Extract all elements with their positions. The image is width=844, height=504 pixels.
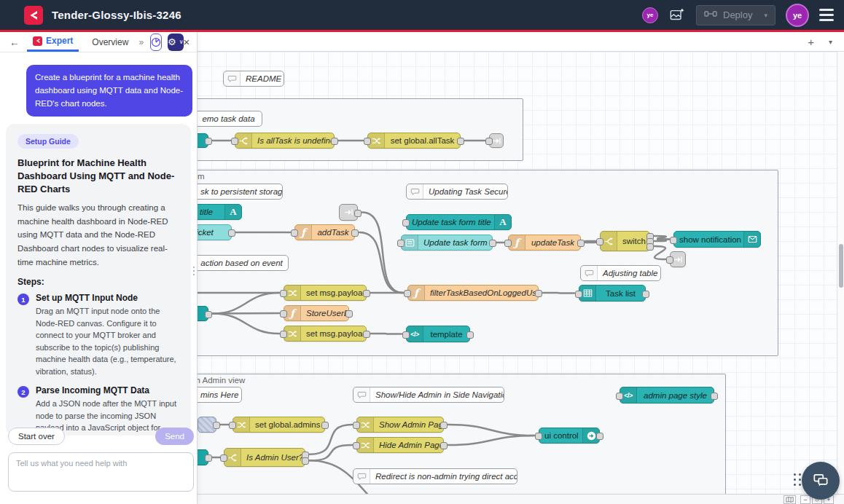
settings-dropdown-button[interactable]: ⚙ ∨ bbox=[168, 34, 184, 51]
deploy-caret-icon[interactable]: ▾ bbox=[764, 12, 767, 19]
flow-canvas[interactable]: ystemstem Admin viewREADMEemo task dataI… bbox=[197, 52, 837, 494]
node-updatetask[interactable]: ƒupdateTask bbox=[508, 235, 581, 251]
pie-chart-button[interactable] bbox=[150, 34, 162, 51]
add-flow-icon[interactable]: + bbox=[808, 36, 814, 48]
scrollbar-thumb[interactable] bbox=[839, 244, 843, 288]
node-stub3[interactable] bbox=[197, 449, 208, 465]
port-out[interactable] bbox=[345, 310, 353, 318]
node-save-storage-comment[interactable]: sk to persistent storage bbox=[197, 184, 283, 200]
node-readme[interactable]: README bbox=[223, 71, 284, 87]
port-in[interactable] bbox=[404, 290, 411, 297]
port-out[interactable] bbox=[213, 422, 220, 429]
node-stub2[interactable] bbox=[197, 306, 208, 321]
port-out[interactable] bbox=[440, 442, 448, 449]
close-icon[interactable]: × bbox=[184, 36, 190, 48]
node-action-event-comment[interactable]: action based on event bbox=[197, 255, 289, 271]
node-shownotif[interactable]: show notification bbox=[673, 231, 761, 248]
tab-overview[interactable]: Overview bbox=[86, 32, 134, 52]
port-in[interactable] bbox=[280, 290, 287, 297]
more-tabs-icon[interactable]: » bbox=[138, 37, 144, 47]
node-storeuser[interactable]: ƒStoreUserData bbox=[284, 305, 349, 321]
node-showhide-comment[interactable]: Show/Hide Admin in Side Navigation bbox=[353, 387, 504, 403]
port-in[interactable] bbox=[616, 393, 623, 400]
node-adminstyle[interactable]: </>admin page style bbox=[620, 387, 714, 403]
port-out[interactable] bbox=[302, 457, 309, 465]
node-updating-securely-comment[interactable]: Updating Task Securely bbox=[406, 184, 508, 200]
node-form-title-stub[interactable]: Am title bbox=[197, 204, 242, 220]
node-hideadmin[interactable]: Hide Admin Page bbox=[356, 437, 444, 453]
port-out[interactable] bbox=[205, 454, 212, 462]
minimap-button[interactable] bbox=[784, 495, 796, 504]
node-switch1[interactable]: switch bbox=[600, 231, 650, 251]
node-stub1[interactable] bbox=[197, 133, 208, 148]
port-in[interactable] bbox=[353, 442, 360, 449]
vertical-scrollbar[interactable] bbox=[837, 52, 844, 494]
node-admins-here-comment[interactable]: mins Here bbox=[197, 387, 242, 403]
port-out[interactable] bbox=[363, 331, 370, 338]
port-out[interactable] bbox=[440, 422, 448, 429]
port-in[interactable] bbox=[485, 138, 493, 145]
port-out[interactable] bbox=[642, 291, 649, 298]
port-out[interactable] bbox=[351, 229, 359, 237]
port-in[interactable] bbox=[670, 237, 677, 244]
node-ticket[interactable]: icket bbox=[197, 224, 232, 240]
menu-icon[interactable] bbox=[819, 9, 834, 21]
port-in[interactable] bbox=[280, 331, 287, 338]
node-setadmins[interactable]: set global.admins bbox=[233, 417, 325, 433]
port-in[interactable] bbox=[220, 454, 227, 462]
port-in[interactable] bbox=[229, 422, 236, 429]
port-in[interactable] bbox=[231, 138, 238, 145]
port-out[interactable] bbox=[354, 210, 362, 217]
node-isadmin[interactable]: Is Admin User? bbox=[224, 448, 305, 467]
node-tasklist[interactable]: Task list bbox=[579, 285, 646, 302]
port-in[interactable] bbox=[397, 240, 405, 247]
port-out[interactable] bbox=[205, 138, 212, 145]
port-out[interactable] bbox=[711, 393, 718, 400]
flow-list-caret-icon[interactable]: ▾ bbox=[829, 38, 832, 46]
team-avatar[interactable]: ye bbox=[642, 7, 658, 23]
node-filter[interactable]: ƒfilterTaskBasedOnLoggedUser bbox=[407, 285, 539, 301]
port-in[interactable] bbox=[504, 240, 512, 247]
ai-image-sparkle-icon[interactable] bbox=[668, 7, 686, 24]
chat-button[interactable] bbox=[802, 462, 840, 500]
port-out[interactable] bbox=[321, 422, 329, 429]
port-in[interactable] bbox=[402, 219, 410, 227]
port-out[interactable] bbox=[205, 311, 212, 318]
port-out[interactable] bbox=[457, 138, 464, 145]
port-in[interactable] bbox=[353, 422, 360, 429]
node-hatched[interactable] bbox=[198, 417, 216, 433]
port-in[interactable] bbox=[596, 238, 603, 245]
flowfuse-logo-icon[interactable] bbox=[24, 6, 43, 25]
start-over-button[interactable]: Start over bbox=[8, 428, 65, 445]
port-out[interactable] bbox=[489, 240, 496, 247]
port-out[interactable] bbox=[646, 243, 654, 251]
back-icon[interactable]: ← bbox=[9, 36, 20, 48]
port-out[interactable] bbox=[331, 138, 338, 145]
port-in[interactable] bbox=[666, 256, 673, 264]
assistant-input[interactable] bbox=[8, 452, 194, 492]
drag-handle-icon[interactable] bbox=[794, 473, 802, 487]
port-out[interactable] bbox=[228, 229, 235, 237]
user-avatar[interactable]: ye bbox=[786, 4, 809, 27]
port-out[interactable] bbox=[535, 290, 542, 297]
node-setalltask[interactable]: set global.allTask bbox=[367, 133, 461, 149]
node-updform[interactable]: Update task form bbox=[401, 235, 493, 251]
node-adjusting-table-comment[interactable]: Adjusting table bbox=[580, 265, 661, 281]
send-button[interactable]: Send bbox=[155, 428, 194, 445]
node-uicontrol[interactable]: ui control bbox=[539, 428, 600, 444]
deploy-button[interactable]: Deploy ▾ bbox=[696, 5, 775, 25]
node-redirect-comment[interactable]: Redirect is non-admin trying direct acce… bbox=[353, 468, 517, 484]
port-out[interactable] bbox=[596, 433, 603, 440]
panel-resize-handle[interactable] bbox=[191, 262, 196, 280]
node-linkmid[interactable] bbox=[339, 204, 358, 221]
port-in[interactable] bbox=[280, 310, 287, 318]
port-in[interactable] bbox=[535, 433, 542, 440]
port-in[interactable] bbox=[291, 229, 298, 237]
port-in[interactable] bbox=[364, 138, 371, 145]
port-in[interactable] bbox=[575, 291, 582, 298]
port-in[interactable] bbox=[402, 331, 410, 339]
node-setmsg2[interactable]: set msg.payload bbox=[284, 326, 367, 342]
port-out[interactable] bbox=[577, 240, 585, 247]
node-linkout1[interactable] bbox=[489, 133, 504, 148]
tab-expert[interactable]: Expert bbox=[27, 32, 79, 52]
